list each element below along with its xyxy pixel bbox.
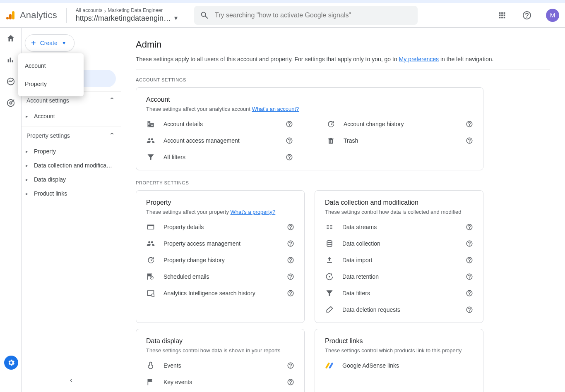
create-menu: Account Property xyxy=(18,53,84,96)
erase-icon xyxy=(325,305,334,314)
help-icon[interactable] xyxy=(466,137,473,144)
page-intro: These settings apply to all users of thi… xyxy=(136,55,550,70)
all-filters-link[interactable]: All filters xyxy=(146,153,293,162)
trash-link[interactable]: Trash xyxy=(326,136,473,145)
help-icon[interactable] xyxy=(286,120,293,128)
data-collection-link[interactable]: Data collection xyxy=(325,239,473,248)
card-title-product-links: Product links xyxy=(325,337,473,345)
product-logo[interactable]: Analytics xyxy=(6,10,57,21)
events-link[interactable]: Events xyxy=(146,361,294,370)
card-desc-property: These settings affect your property What… xyxy=(146,209,294,215)
data-streams-link[interactable]: Data streams xyxy=(325,222,473,232)
history-icon xyxy=(326,120,335,129)
help-icon[interactable] xyxy=(286,153,293,161)
search-bar[interactable] xyxy=(194,6,418,25)
browser-tab-strip xyxy=(0,0,565,3)
data-filters-link[interactable]: Data filters xyxy=(325,289,473,298)
nav-advertising-icon[interactable] xyxy=(6,98,16,108)
streams-icon xyxy=(325,222,334,232)
help-icon[interactable] xyxy=(466,306,473,313)
google-adsense-links[interactable]: Google AdSense links xyxy=(325,361,473,370)
my-preferences-link[interactable]: My preferences xyxy=(399,56,439,62)
svg-point-10 xyxy=(6,17,9,19)
chevron-right-icon: › xyxy=(104,7,106,14)
help-icon[interactable] xyxy=(287,289,294,297)
dropdown-caret-icon: ▼ xyxy=(62,40,67,46)
scheduled-email-icon xyxy=(146,272,155,281)
data-collection-card: Data collection and modification These s… xyxy=(315,190,483,323)
account-access-management-link[interactable]: Account access management xyxy=(146,136,293,145)
svg-rect-8 xyxy=(12,11,14,19)
breadcrumb-account-name: Marketing Data Engineer xyxy=(108,8,163,14)
product-name: Analytics xyxy=(20,10,57,21)
triangle-right-icon: ▸ xyxy=(26,163,31,168)
nav-explore-icon[interactable] xyxy=(6,76,16,86)
property-details-link[interactable]: Property details xyxy=(146,222,294,232)
help-icon[interactable] xyxy=(466,289,473,297)
retention-icon xyxy=(325,272,334,281)
sidebar-item-data-display[interactable]: ▸Data display xyxy=(22,172,121,186)
sidebar-item-property[interactable]: ▸Property xyxy=(22,144,121,158)
card-title-data-display: Data display xyxy=(146,337,294,345)
apps-grid-icon[interactable] xyxy=(496,10,508,21)
search-icon xyxy=(200,11,209,20)
account-change-history-link[interactable]: Account change history xyxy=(326,120,473,129)
trash-icon xyxy=(326,136,335,145)
help-icon[interactable] xyxy=(466,240,473,247)
whats-a-property-link[interactable]: What's a property? xyxy=(231,209,276,215)
help-icon[interactable] xyxy=(466,120,473,128)
help-icon[interactable] xyxy=(287,256,294,264)
help-icon[interactable] xyxy=(286,137,293,144)
help-icon[interactable] xyxy=(287,362,294,369)
history-icon xyxy=(146,256,155,265)
help-icon[interactable] xyxy=(287,378,294,386)
search-input[interactable] xyxy=(215,12,412,19)
key-events-link[interactable]: Key events xyxy=(146,378,294,387)
scheduled-emails-link[interactable]: Scheduled emails xyxy=(146,272,294,281)
help-icon[interactable] xyxy=(287,240,294,247)
account-details-link[interactable]: Account details xyxy=(146,120,293,129)
sidebar-item-account[interactable]: ▸ Account xyxy=(22,109,121,123)
collapse-sidebar-icon[interactable]: ‹ xyxy=(70,375,73,385)
sidebar-item-product-links[interactable]: ▸Product links xyxy=(22,186,121,201)
account-property-picker[interactable]: All accounts › Marketing Data Engineer h… xyxy=(76,7,178,23)
user-avatar[interactable]: M xyxy=(546,9,559,22)
help-icon[interactable] xyxy=(466,273,473,280)
filter-icon xyxy=(325,289,334,298)
create-menu-item-account[interactable]: Account xyxy=(18,57,84,75)
card-desc-data-collection: These settings control how data is colle… xyxy=(325,209,473,215)
nav-home-icon[interactable] xyxy=(6,33,16,43)
web-asset-icon xyxy=(146,222,155,232)
nav-reports-icon[interactable] xyxy=(6,55,16,65)
adsense-icon xyxy=(325,361,334,370)
help-icon[interactable] xyxy=(287,273,294,280)
help-icon[interactable] xyxy=(466,256,473,264)
flag-icon xyxy=(146,378,155,387)
whats-an-account-link[interactable]: What's an account? xyxy=(252,106,299,112)
triangle-right-icon: ▸ xyxy=(26,114,31,119)
help-icon[interactable] xyxy=(521,10,533,21)
create-menu-item-property[interactable]: Property xyxy=(18,75,84,93)
create-button-label: Create xyxy=(40,40,58,46)
section-label-property: PROPERTY SETTINGS xyxy=(136,180,550,185)
data-import-link[interactable]: Data import xyxy=(325,256,473,265)
ai-search-history-link[interactable]: Analytics Intelligence search history xyxy=(146,289,294,298)
sidebar-item-data-collection[interactable]: ▸Data collection and modifica… xyxy=(22,158,121,172)
property-change-history-link[interactable]: Property change history xyxy=(146,256,294,265)
divider xyxy=(25,365,118,365)
nav-group-property-settings[interactable]: Property settings ⌃ xyxy=(22,127,121,144)
help-icon[interactable] xyxy=(287,223,294,231)
dropdown-icon: ▾ xyxy=(174,14,178,22)
breadcrumb-accounts: All accounts xyxy=(76,8,103,14)
create-button[interactable]: + Create ▼ xyxy=(25,34,75,52)
people-icon xyxy=(146,136,155,145)
data-retention-link[interactable]: Data retention xyxy=(325,272,473,281)
plus-icon: + xyxy=(31,38,36,48)
property-access-management-link[interactable]: Property access management xyxy=(146,239,294,248)
data-deletion-requests-link[interactable]: Data deletion requests xyxy=(325,305,473,314)
nav-admin-fab[interactable] xyxy=(4,356,18,370)
section-label-account: ACCOUNT SETTINGS xyxy=(136,77,550,82)
touch-icon xyxy=(146,361,155,370)
chevron-up-icon: ⌃ xyxy=(109,96,115,105)
help-icon[interactable] xyxy=(466,223,473,231)
